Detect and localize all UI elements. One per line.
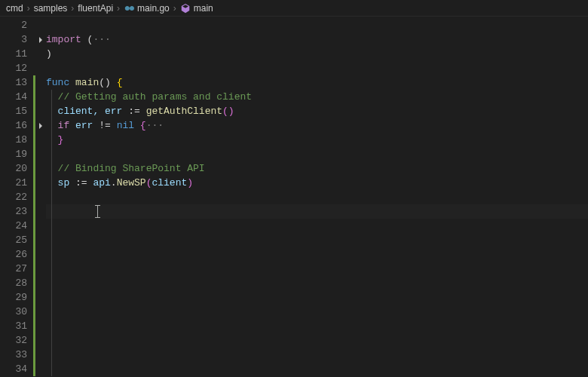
- line-number: 34: [0, 362, 30, 376]
- code-line: [46, 276, 588, 290]
- fold-toggle[interactable]: [35, 118, 46, 133]
- line-number: 20: [0, 161, 30, 176]
- chevron-right-icon: ›: [117, 3, 120, 14]
- breadcrumb-symbol-label: main: [194, 3, 213, 14]
- line-number: 19: [0, 147, 30, 161]
- line-number: 23: [0, 204, 30, 219]
- code-line: }: [46, 133, 588, 147]
- code-line: [46, 190, 588, 204]
- code-line: [46, 262, 588, 276]
- code-line-active: [46, 204, 588, 219]
- line-number: 33: [0, 348, 30, 362]
- code-line: [46, 348, 588, 362]
- line-number: 15: [0, 104, 30, 118]
- line-number: 30: [0, 305, 30, 319]
- breadcrumb-item-symbol[interactable]: main: [180, 3, 213, 14]
- code-line: [46, 247, 588, 262]
- line-number: 21: [0, 176, 30, 190]
- code-line: func main() {: [46, 75, 588, 90]
- code-area[interactable]: import (··· ) func main() { // Getting a…: [46, 17, 588, 377]
- line-number: 27: [0, 262, 30, 276]
- line-number: 26: [0, 247, 30, 262]
- code-line: [46, 233, 588, 247]
- code-line: [46, 18, 588, 32]
- code-line: if err != nil {···: [46, 118, 588, 133]
- line-number: 3: [0, 32, 30, 47]
- line-number: 29: [0, 290, 30, 305]
- code-line: [46, 333, 588, 348]
- breadcrumb-item-fluentapi[interactable]: fluentApi: [78, 3, 113, 14]
- code-line: [46, 362, 588, 376]
- line-number: 31: [0, 319, 30, 333]
- text-cursor: [97, 205, 98, 218]
- fold-toggle[interactable]: [35, 32, 46, 47]
- breadcrumb-item-file[interactable]: main.go: [124, 3, 170, 14]
- code-line: import (···: [46, 32, 588, 47]
- line-number: 16: [0, 118, 30, 133]
- code-line: sp := api.NewSP(client): [46, 176, 588, 190]
- breadcrumb-file-label: main.go: [137, 3, 170, 14]
- line-number: 12: [0, 61, 30, 75]
- code-line: [46, 219, 588, 233]
- fold-gutter: [35, 17, 46, 377]
- line-number: 14: [0, 90, 30, 104]
- code-line: [46, 305, 588, 319]
- line-number: 24: [0, 219, 30, 233]
- chevron-right-icon: ›: [173, 3, 176, 14]
- breadcrumb-item-cmd[interactable]: cmd: [6, 3, 23, 14]
- line-number: 11: [0, 47, 30, 61]
- chevron-right-icon: ›: [27, 3, 30, 14]
- code-line: [46, 147, 588, 161]
- line-number: 13: [0, 75, 30, 90]
- code-line: // Getting auth params and client: [46, 90, 588, 104]
- code-line: [46, 319, 588, 333]
- line-number: 22: [0, 190, 30, 204]
- symbol-method-icon: [180, 3, 191, 14]
- breadcrumb-item-samples[interactable]: samples: [34, 3, 68, 14]
- code-editor[interactable]: 2 3 11 12 13 14 15 16 18 19 20 21 22 23 …: [0, 17, 588, 377]
- code-line: [46, 290, 588, 305]
- breadcrumb: cmd › samples › fluentApi › main.go › ma…: [0, 0, 588, 17]
- chevron-right-icon: ›: [71, 3, 74, 14]
- code-line: [46, 61, 588, 75]
- code-line: client, err := getAuthClient(): [46, 104, 588, 118]
- line-number: 32: [0, 333, 30, 348]
- code-line: // Binding SharePoint API: [46, 161, 588, 176]
- line-number-gutter: 2 3 11 12 13 14 15 16 18 19 20 21 22 23 …: [0, 17, 33, 377]
- line-number: 18: [0, 133, 30, 147]
- line-number: 28: [0, 276, 30, 290]
- line-number: 25: [0, 233, 30, 247]
- code-line: ): [46, 47, 588, 61]
- go-file-icon: [124, 3, 134, 14]
- line-number: 2: [0, 18, 30, 32]
